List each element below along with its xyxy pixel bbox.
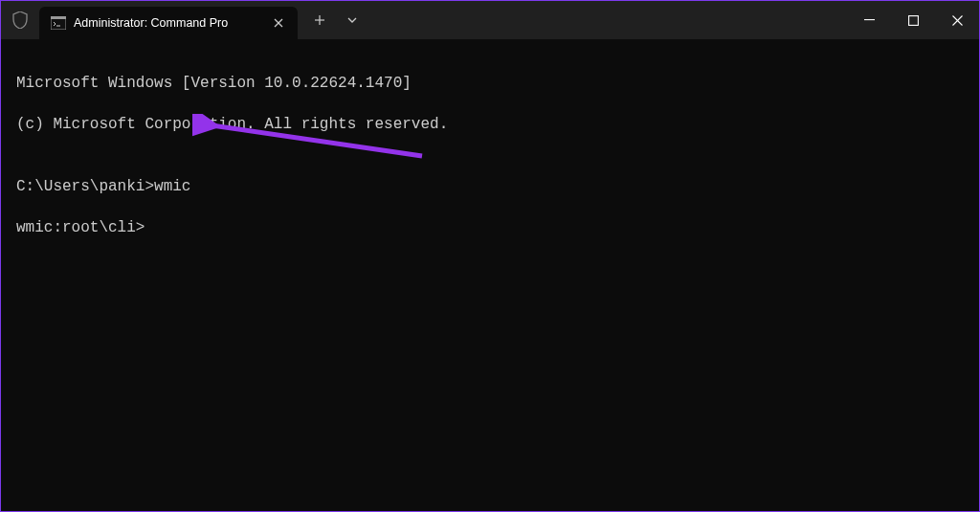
window-controls [847, 1, 979, 39]
minimize-icon [864, 19, 875, 20]
close-icon [952, 15, 963, 26]
minimize-button[interactable] [847, 1, 891, 39]
prompt-command: wmic [154, 178, 190, 195]
chevron-down-icon [347, 17, 357, 23]
titlebar: Administrator: Command Pro [1, 1, 979, 39]
tab-title: Administrator: Command Pro [74, 16, 269, 30]
tab-active[interactable]: Administrator: Command Pro [39, 7, 298, 39]
app-shield-icon [1, 1, 39, 39]
terminal-prompt-line: wmic:root\cli> [16, 218, 964, 239]
terminal-line: (c) Microsoft Corporation. All rights re… [16, 115, 964, 136]
tab-actions [303, 1, 368, 39]
maximize-button[interactable] [891, 1, 935, 39]
prompt-path: C:\Users\panki> [16, 178, 154, 195]
new-tab-button[interactable] [303, 4, 336, 36]
tab-close-button[interactable] [269, 13, 288, 33]
terminal-output[interactable]: Microsoft Windows [Version 10.0.22624.14… [1, 39, 979, 511]
close-window-button[interactable] [935, 1, 979, 39]
terminal-icon [51, 15, 66, 31]
terminal-line: Microsoft Windows [Version 10.0.22624.14… [16, 74, 964, 95]
svg-rect-1 [51, 16, 66, 19]
terminal-prompt-line: C:\Users\panki>wmic [16, 177, 964, 198]
plus-icon [314, 14, 325, 26]
svg-rect-8 [908, 15, 918, 25]
tab-dropdown-button[interactable] [336, 4, 368, 36]
maximize-icon [908, 15, 919, 26]
close-icon [274, 18, 283, 28]
